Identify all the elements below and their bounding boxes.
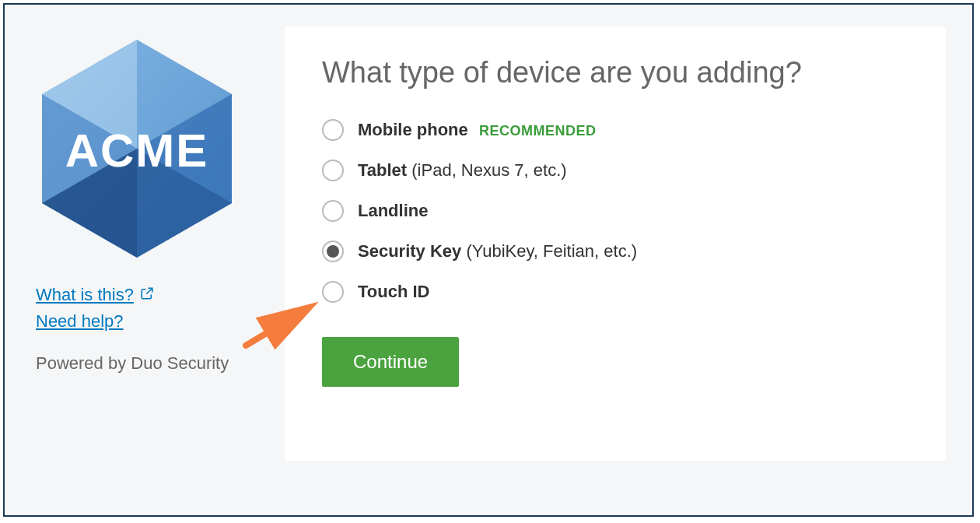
what-is-this-label: What is this?: [36, 285, 134, 305]
option-label: Security Key: [358, 241, 461, 261]
sidebar: ACME What is this? Need help? Powered by…: [5, 5, 285, 515]
continue-button[interactable]: Continue: [322, 337, 459, 387]
option-text: Mobile phone RECOMMENDED: [358, 120, 596, 140]
option-landline[interactable]: Landline: [322, 200, 908, 222]
option-security-key[interactable]: Security Key (YubiKey, Feitian, etc.): [322, 240, 908, 262]
option-touch-id[interactable]: Touch ID: [322, 281, 908, 303]
option-text: Tablet (iPad, Nexus 7, etc.): [358, 160, 567, 181]
radio-icon: [322, 240, 344, 262]
auth-frame: ACME What is this? Need help? Powered by…: [3, 3, 974, 517]
what-is-this-link[interactable]: What is this?: [36, 285, 154, 305]
svg-text:ACME: ACME: [65, 125, 209, 177]
external-link-icon: [140, 285, 154, 305]
option-label: Landline: [358, 201, 428, 220]
radio-icon: [322, 200, 344, 222]
hexagon-logo-icon: ACME: [36, 36, 238, 262]
option-label: Touch ID: [358, 282, 429, 301]
option-label: Tablet: [358, 160, 407, 180]
device-options: Mobile phone RECOMMENDED Tablet (iPad, N…: [322, 119, 908, 303]
need-help-label: Need help?: [36, 311, 124, 332]
option-mobile-phone[interactable]: Mobile phone RECOMMENDED: [322, 119, 908, 141]
option-text: Security Key (YubiKey, Feitian, etc.): [358, 241, 637, 262]
powered-by-text: Powered by Duo Security: [36, 353, 261, 374]
brand-logo: ACME: [36, 36, 261, 262]
option-tablet[interactable]: Tablet (iPad, Nexus 7, etc.): [322, 160, 908, 181]
option-paren: (YubiKey, Feitian, etc.): [461, 241, 637, 261]
radio-icon: [322, 160, 344, 181]
page-title: What type of device are you adding?: [322, 56, 908, 90]
need-help-link[interactable]: Need help?: [36, 311, 124, 332]
option-text: Touch ID: [358, 282, 429, 302]
option-label: Mobile phone: [358, 120, 468, 139]
radio-icon: [322, 281, 344, 303]
option-paren: (iPad, Nexus 7, etc.): [407, 160, 566, 180]
sidebar-links: What is this? Need help?: [36, 285, 261, 332]
radio-icon: [322, 119, 344, 141]
recommended-badge: RECOMMENDED: [479, 123, 597, 139]
main-card: What type of device are you adding? Mobi…: [285, 26, 946, 461]
option-text: Landline: [358, 201, 428, 221]
